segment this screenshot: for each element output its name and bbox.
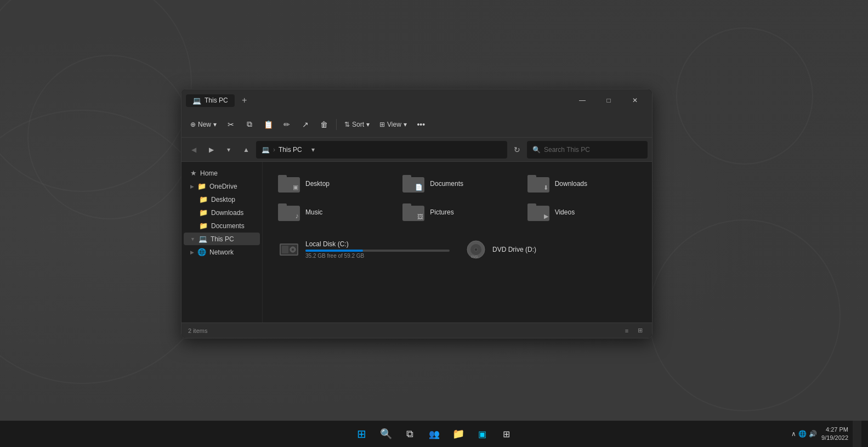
files-area: ▣ Desktop 📄 Documents [263,162,652,322]
taskbar-tiling-button[interactable]: ⊞ [496,423,518,445]
pictures-folder-name: Pictures [430,208,512,216]
sidebar-item-desktop[interactable]: 📁 Desktop [184,193,260,206]
minimize-button[interactable]: — [570,92,595,109]
list-view-button[interactable]: ≡ [621,325,632,336]
search-box[interactable]: 🔍 Search This PC [527,141,648,159]
back-button[interactable]: ◀ [186,142,201,157]
sidebar-item-network[interactable]: ▶ 🌐 Network [184,246,260,258]
sidebar-label-documents: Documents [211,222,245,230]
start-icon: ⊞ [357,427,366,440]
thispc-icon: 💻 [198,235,207,243]
rename-button[interactable]: ✏ [278,116,296,133]
taskbar-explorer-icon: 📁 [452,428,464,440]
share-button[interactable]: ↗ [297,116,314,133]
widgets-icon: ▣ [478,429,486,439]
sidebar-item-downloads[interactable]: 📁 Downloads [184,206,260,219]
d-drive-icon: DVD [465,239,487,261]
c-drive-bar-fill [305,250,363,252]
explorer-window: 💻 This PC + — □ ✕ ⊕ New ▾ ✂ ⧉ 📋 ✏ ↗ 🗑 ⇅ … [181,89,653,338]
documents-side-icon: 📁 [199,222,208,230]
sidebar: ★ Home ▶ 📁 OneDrive 📁 Desktop 📁 Download… [181,162,263,322]
downloads-side-icon: 📁 [199,208,208,217]
history-button[interactable]: ▾ [221,142,236,157]
pictures-folder-icon: 🖼 [402,203,424,221]
folder-downloads[interactable]: ⬇ Downloads [521,171,643,197]
view-label: View [387,121,401,128]
videos-folder-name: Videos [555,208,637,216]
sort-label: Sort [352,121,364,128]
folder-pictures[interactable]: 🖼 Pictures [396,199,518,225]
onedrive-chevron-icon: ▶ [190,184,194,189]
address-path-box[interactable]: 💻 › This PC ▾ [256,141,507,159]
search-placeholder: Search This PC [544,146,590,154]
new-button[interactable]: ⊕ New ▾ [186,116,221,133]
volume-tray-icon[interactable]: 🔊 [809,430,817,438]
drive-d[interactable]: DVD DVD Drive (D:) [458,234,643,265]
sidebar-label-desktop: Desktop [211,196,235,203]
sort-button[interactable]: ⇅ Sort ▾ [340,116,374,133]
up-button[interactable]: ▲ [239,142,254,157]
folder-music[interactable]: ♪ Music [271,199,394,225]
clock-date: 9/19/2022 [821,434,848,442]
taskbar-search-icon: 🔍 [380,428,392,440]
search-icon: 🔍 [532,146,541,154]
d-drive-name: DVD Drive (D:) [492,246,637,253]
desktop-side-icon: 📁 [199,195,208,203]
show-desktop-button[interactable] [853,421,861,447]
tray-chevron-icon[interactable]: ∧ [791,430,796,438]
close-button[interactable]: ✕ [622,92,648,109]
home-icon: ★ [190,169,197,177]
address-dropdown-btn[interactable]: ▾ [305,142,321,157]
taskbar-search-button[interactable]: 🔍 [375,423,397,445]
refresh-button[interactable]: ↻ [509,142,525,157]
desktop-folder-name: Desktop [305,180,387,188]
sort-chevron: ▾ [366,121,370,128]
network-tray-icon[interactable]: 🌐 [798,430,807,438]
taskbar-widgets-button[interactable]: ▣ [472,423,493,445]
taskbar-clock[interactable]: 4:27 PM 9/19/2022 [821,426,848,443]
c-drive-icon [278,239,300,261]
toolbar-separator-1 [336,119,337,130]
drive-c[interactable]: Local Disk (C:) 35.2 GB free of 59.2 GB [271,234,456,265]
teams-icon: 👥 [429,429,440,439]
new-icon: ⊕ [190,121,196,128]
sort-icon: ⇅ [344,121,350,128]
view-button[interactable]: ⊞ View ▾ [375,116,411,133]
title-bar: 💻 This PC + — □ ✕ [181,89,652,111]
taskbar: ⊞ 🔍 ⧉ 👥 📁 ▣ ⊞ ∧ 🌐 🔊 [0,421,868,447]
more-button[interactable]: ••• [412,116,430,133]
grid-view-button[interactable]: ⊞ [634,325,645,336]
explorer-tab[interactable]: 💻 This PC [186,94,235,107]
taskbar-explorer-button[interactable]: 📁 [447,423,469,445]
address-bar: ◀ ▶ ▾ ▲ 💻 › This PC ▾ ↻ 🔍 Search This PC [181,138,652,162]
documents-folder-icon: 📄 [402,175,424,193]
c-drive-bar-bg [305,250,450,252]
tab-title: This PC [205,97,228,104]
sidebar-item-home[interactable]: ★ Home [184,167,260,179]
taskbar-start-button[interactable]: ⊞ [351,423,373,445]
folder-videos[interactable]: ▶ Videos [521,199,643,225]
address-separator: › [273,146,275,154]
music-folder-name: Music [305,208,387,216]
sidebar-item-thispc[interactable]: ▼ 💻 This PC [184,233,260,245]
cut-button[interactable]: ✂ [222,116,240,133]
maximize-button[interactable]: □ [596,92,621,109]
sidebar-item-documents[interactable]: 📁 Documents [184,219,260,232]
tiling-icon: ⊞ [503,429,510,439]
view-icon: ⊞ [379,121,385,128]
sidebar-item-onedrive[interactable]: ▶ 📁 OneDrive [184,180,260,193]
folder-documents[interactable]: 📄 Documents [396,171,518,197]
forward-button[interactable]: ▶ [203,142,219,157]
svg-rect-2 [282,246,288,253]
music-folder-icon: ♪ [278,203,300,221]
toolbar: ⊕ New ▾ ✂ ⧉ 📋 ✏ ↗ 🗑 ⇅ Sort ▾ ⊞ View ▾ ••… [181,111,652,138]
new-label: New [198,121,211,128]
taskbar-teams-button[interactable]: 👥 [423,423,445,445]
add-tab-button[interactable]: + [237,93,252,108]
delete-button[interactable]: 🗑 [315,116,333,133]
paste-button[interactable]: 📋 [259,116,277,133]
taskbar-center: ⊞ 🔍 ⧉ 👥 📁 ▣ ⊞ [351,423,518,445]
copy-button[interactable]: ⧉ [241,116,258,133]
folder-desktop[interactable]: ▣ Desktop [271,171,394,197]
taskbar-taskview-button[interactable]: ⧉ [399,423,421,445]
